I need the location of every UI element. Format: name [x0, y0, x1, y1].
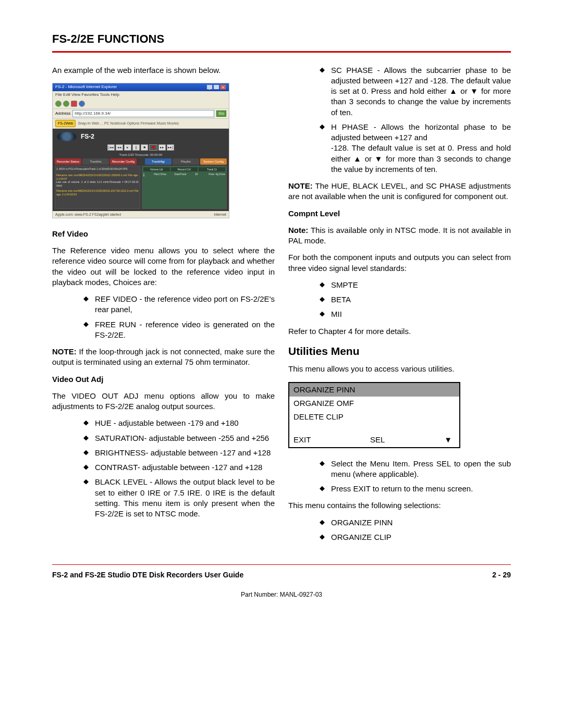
utilities-instructions: Select the Menu Item. Press SEL to open … [288, 459, 511, 495]
address-field: http://192.168.9.34/ [72, 110, 214, 118]
footer-row: FS-2 and FS-2E Studio DTE Disk Recorders… [52, 570, 511, 580]
menu-item: DELETE CLIP [289, 410, 459, 424]
hphase-a: H PHASE - Allows the horizontal phase to… [331, 122, 511, 142]
list-item: BRIGHTNESS- adjustable between -127 and … [83, 448, 275, 458]
tab-trackmgt: TrackMgt [145, 158, 172, 165]
ref-video-text: The Reference video menu allows you to s… [52, 245, 275, 288]
tab-recorder-status: Recorder Status [55, 158, 81, 165]
skip-fwd-icon: ▸▸| [167, 144, 174, 151]
list-item: HUE - adjustable between -179 and +180 [83, 418, 275, 428]
list-item: CONTRAST- adjustable between -127 and +1… [83, 462, 275, 473]
phase-note: NOTE: The HUE, BLACK LEVEL, and SC PHASE… [288, 181, 511, 202]
page-footer: FS-2 and FS-2E Studio DTE Disk Recorders… [52, 564, 511, 599]
part-number: Part Number: MANL-0927-03 [52, 590, 511, 599]
list-item: SMPTE [320, 280, 511, 290]
tabbar-links: Snap-In Web ... PC Notebook Options Firm… [78, 121, 226, 126]
note-label: NOTE: [288, 181, 313, 190]
ie-toolbar [53, 99, 229, 109]
close-icon: × [220, 84, 226, 90]
list-item: BETA [320, 294, 511, 305]
compnt-ref: Refer to Chapter 4 for more details. [288, 326, 511, 337]
panel-left-file2: Last use of volume: 1 of 2 disks 11.2 mi… [56, 180, 139, 187]
ref-video-heading: Ref Video [52, 229, 275, 239]
menu-label: ORGANIZE PINN [293, 385, 355, 395]
intro-text: An example of the web interface is shown… [52, 65, 275, 76]
video-out-list: HUE - adjustable between -179 and +180 S… [52, 418, 275, 519]
menu-display: ORGANIZE PINN ORGANIZE OMF DELETE CLIP E… [288, 382, 460, 448]
stop-icon [71, 101, 77, 107]
list-item: ORGANIZE CLIP [320, 532, 511, 542]
menu-item: ORGANIZE OMF [289, 397, 459, 410]
tab-tracklist: Tracklist [82, 158, 109, 165]
footer-guide: FS-2 and FS-2E Studio DTE Disk Recorders… [52, 570, 243, 580]
note-text: This is available only in NTSC mode. It … [288, 226, 511, 245]
web-content: FS-2 |◂◂ ◂◂ ▸ || ■ ▸▸ ▸▸| Track:1/20 Tim… [53, 129, 229, 211]
transport-controls: |◂◂ ◂◂ ▸ || ■ ▸▸ ▸▸| [55, 144, 227, 151]
note-label: Note: [288, 226, 308, 235]
record-icon [149, 144, 157, 151]
utilities-selections: ORGANIZE PINN ORGANIZE CLIP [288, 517, 511, 543]
hphase-b: -128. The default value is set at 0. Pre… [331, 143, 511, 174]
ie-menubar: File Edit View Favorites Tools Help [53, 91, 229, 99]
content-tabs: Recorder Status Tracklist Recorder Confi… [55, 158, 227, 165]
phase-list: SC PHASE - Allows the subcarrier phase t… [288, 65, 511, 175]
skip-back-icon: |◂◂ [107, 144, 115, 151]
menu-sel: SEL [370, 435, 385, 445]
utilities-contains: This menu contains the following selecti… [288, 500, 511, 511]
back-icon [55, 101, 62, 107]
menu-item-selected: ORGANIZE PINN [289, 383, 459, 397]
ie-addressbar: Address http://192.168.9.34/ Go [53, 109, 229, 119]
compnt-note: Note: This is available only in NTSC mod… [288, 225, 511, 246]
address-label: Address [55, 111, 70, 117]
pause-icon: || [132, 144, 140, 151]
content-columns: An example of the web interface is shown… [52, 65, 511, 549]
minimize-icon: _ [206, 84, 213, 90]
ref-video-note: NOTE: If the loop-through jack is not co… [52, 347, 275, 368]
forward-icon [63, 101, 69, 107]
content-panels: 1: MOV is PCL\nTimecode\nTrack 1 of 20\n… [55, 166, 227, 209]
refresh-icon [79, 101, 85, 107]
header-rule [52, 51, 511, 53]
list-item: BLACK LEVEL - Allows the output black le… [83, 477, 275, 519]
ie-title: FS-2 - Microsoft Internet Explorer [55, 84, 117, 90]
note-label: NOTE: [52, 347, 77, 356]
list-item: REF VIDEO - the reference video port on … [83, 294, 275, 315]
footer-rule [52, 564, 511, 565]
ie-statusbar: Apple.com: www.FS-2 FS2applet started In… [53, 211, 229, 218]
go-button: Go [216, 110, 226, 117]
panel-left: 1: MOV is PCL\nTimecode\nTrack 1 of 20\n… [55, 166, 140, 209]
list-item: SATURATION- adjustable between -255 and … [83, 433, 275, 443]
panel-left-file1: Filename size /usr/MEDIA/2013-0-0/201301… [56, 174, 139, 180]
ie-titlebar: FS-2 - Microsoft Internet Explorer _ □ × [53, 83, 229, 91]
compnt-text: For both the component inputs and output… [288, 252, 511, 274]
utilities-text: This menu allows you to access various u… [288, 364, 511, 374]
left-column: An example of the web interface is shown… [52, 65, 275, 549]
compnt-heading: Compnt Level [288, 208, 511, 219]
screenshot-figure: FS-2 - Microsoft Internet Explorer _ □ ×… [52, 83, 229, 218]
list-item: MII [320, 309, 511, 319]
ffwd-icon: ▸▸ [158, 144, 166, 151]
compnt-list: SMPTE BETA MII [288, 280, 511, 320]
panel-right: Volume Lbl Record Ctrl Track Ct 1 Hard D… [142, 166, 227, 209]
note-text: The HUE, BLACK LEVEL, and SC PHASE adjus… [288, 181, 511, 201]
rewind-icon: ◂◂ [116, 144, 123, 151]
maximize-icon: □ [213, 84, 219, 90]
eye-logo [57, 132, 77, 141]
panel-left-text: 1: MOV is PCL\nTimecode\nTrack 1 of 20\n… [56, 167, 139, 171]
ie-tabbar: FS-2Web Snap-In Web ... PC Notebook Opti… [53, 119, 229, 128]
list-item: Press EXIT to return to the menu screen. [320, 484, 511, 494]
page-header: FS-2/2E FUNCTIONS [52, 31, 511, 47]
utilities-heading: Utilities Menu [288, 344, 511, 359]
track-info: Track:1/20 Timecode: 00:00:00 [55, 153, 227, 157]
product-name: FS-2 [81, 132, 94, 141]
list-item: Select the Menu Item. Press SEL to open … [320, 459, 511, 480]
menu-label: ORGANIZE OMF [293, 398, 354, 409]
play-icon: ▸ [124, 144, 131, 151]
menu-footer: EXIT SEL ▼ [289, 433, 459, 447]
note-text: If the loop-through jack is not connecte… [52, 347, 275, 366]
menu-exit: EXIT [293, 435, 311, 445]
right-column: SC PHASE - Allows the subcarrier phase t… [288, 65, 511, 549]
list-item: FREE RUN - reference video is generated … [83, 319, 275, 341]
menu-label: DELETE CLIP [293, 412, 344, 422]
list-item: ORGANIZE PINN [320, 517, 511, 528]
